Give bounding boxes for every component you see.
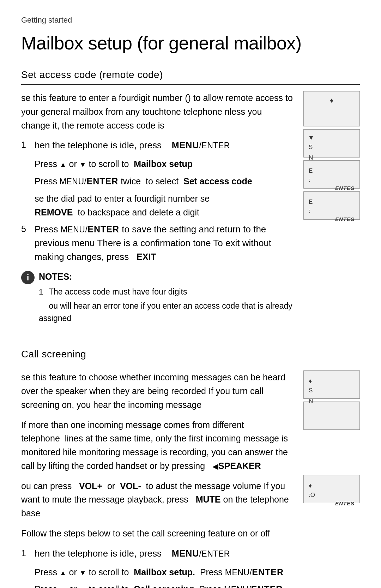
device-box-7: ♦ :O ENTES bbox=[303, 475, 360, 503]
enter-key-2a: ENTER bbox=[252, 567, 284, 577]
page-title: Mailbox setup (for general mailbox) bbox=[21, 29, 360, 57]
notes-content: NOTES: 1 The access code must have four … bbox=[39, 270, 293, 326]
speaker-icon bbox=[212, 461, 218, 471]
device-box-6 bbox=[303, 402, 360, 430]
notes-title: NOTES: bbox=[39, 272, 72, 281]
step-2-1-text-before: hen the telephone is idle, press bbox=[35, 548, 162, 559]
step-5-content: Press MENU/ENTER to save the setting and… bbox=[35, 222, 293, 264]
section2-intro2: If more than one incoming message comes … bbox=[21, 418, 293, 473]
vol-minus: VOL- bbox=[120, 481, 141, 491]
indent-step-1a: Press or to scroll to Mailbox setup bbox=[35, 157, 293, 171]
arrow-down-icon-2: ▼ bbox=[307, 133, 314, 143]
device-box-1: ♦ bbox=[303, 91, 360, 126]
notes-section: i NOTES: 1 The access code must have fou… bbox=[21, 270, 293, 326]
colon-label-4: : bbox=[309, 207, 355, 216]
diamond-icon-7: ♦ bbox=[309, 481, 312, 491]
step-2-1-content: hen the telephone is idle, press MENU/EN… bbox=[35, 547, 293, 560]
diamond-icon-5: ♦ bbox=[309, 376, 312, 386]
mailbox-setup-2-label: Mailbox setup. bbox=[134, 567, 195, 577]
indent-2-1a: Press or to scroll to Mailbox setup. Pre… bbox=[35, 565, 293, 579]
menu-key-1: MENU bbox=[172, 140, 199, 150]
device-box-4: E : ENTES bbox=[303, 191, 360, 220]
section1-header: Set access code (remote code) bbox=[21, 67, 360, 85]
enter-key-5: ENTER bbox=[87, 224, 119, 234]
notes-list: 1 The access code must have four digits … bbox=[39, 286, 293, 325]
notes-icon: i bbox=[21, 271, 35, 284]
step-5-number: 5 bbox=[21, 222, 31, 264]
mute-key: MUTE bbox=[196, 494, 221, 504]
diamond-icon-1: ♦ bbox=[330, 95, 333, 106]
triangle-down-1a bbox=[79, 159, 86, 169]
section2-intro1: se this feature to choose whether incomi… bbox=[21, 370, 293, 411]
device-box-3: E : ENTES bbox=[303, 160, 360, 189]
section-call-screening: Call screening se this feature to choose… bbox=[21, 347, 360, 588]
indent-2-1b: Press or to scroll to Call screening Pre… bbox=[35, 582, 293, 588]
exit-key-1: EXIT bbox=[137, 252, 156, 262]
note-item-1: 1 The access code must have four digits bbox=[39, 286, 293, 298]
section-set-access-code: Set access code (remote code) se this fe… bbox=[21, 67, 360, 333]
indent-step-1b: Press MENU/ENTER twice to select Set acc… bbox=[35, 174, 293, 188]
step-1-text-before: hen the telephone is idle, press bbox=[35, 140, 162, 150]
menu-key-1b: MENU/ bbox=[60, 177, 87, 186]
entes-label-7: ENTES bbox=[335, 500, 355, 508]
device-box-5: ♦ S N bbox=[303, 370, 360, 399]
triangle-up-2a bbox=[60, 567, 67, 577]
step-1: 1 hen the telephone is idle, press MENU/… bbox=[21, 138, 293, 152]
e-label-3: E bbox=[309, 166, 355, 176]
n-label-5: N bbox=[309, 397, 355, 406]
section2-intro3: ou can press VOL+ or VOL- to adust the m… bbox=[21, 479, 293, 520]
menu-key-5: MENU/ bbox=[61, 225, 88, 234]
entes-label-4: ENTES bbox=[335, 215, 355, 224]
s-label-2: S bbox=[309, 143, 357, 152]
colon-label-3: : bbox=[309, 176, 355, 185]
device-boxes-section2: ♦ S N ♦ :O ENTES bbox=[303, 370, 360, 588]
menu-key-2a: MENU/ bbox=[225, 568, 252, 577]
triangle-up-2b bbox=[60, 584, 67, 588]
speaker-label: SPEAKER bbox=[218, 461, 261, 471]
colon-o-label: :O bbox=[309, 491, 355, 500]
section2-intro4: Follow the steps below to set the call s… bbox=[21, 527, 293, 540]
remove-label: REMOVE bbox=[35, 207, 73, 217]
enter-key-1: /ENTER bbox=[199, 141, 230, 150]
call-screening-label: Call screening bbox=[134, 584, 194, 588]
breadcrumb: Getting started bbox=[21, 14, 360, 26]
section2-header: Call screening bbox=[21, 347, 360, 364]
step-2-1-number: 1 bbox=[21, 547, 31, 560]
mailbox-setup-label: Mailbox setup bbox=[134, 159, 193, 169]
step-2-1: 1 hen the telephone is idle, press MENU/… bbox=[21, 547, 293, 560]
enter-key-1b: ENTER bbox=[86, 176, 118, 186]
indent-step-1c: se the dial pad to enter a fourdigit num… bbox=[35, 192, 293, 219]
menu-key-2b: MENU/ bbox=[224, 585, 251, 588]
step-1-number: 1 bbox=[21, 138, 31, 152]
section1-intro: se this feature to enter a fourdigit num… bbox=[21, 91, 293, 132]
triangle-down-2a bbox=[79, 567, 86, 577]
step-5: 5 Press MENU/ENTER to save the setting a… bbox=[21, 222, 293, 264]
vol-plus: VOL+ bbox=[79, 481, 102, 491]
note-item-2: ou will hear an error tone if you enter … bbox=[39, 300, 293, 324]
menu-key-2-1: MENU bbox=[172, 548, 199, 558]
enter-key-2-1: /ENTER bbox=[199, 549, 230, 558]
enter-key-2b: ENTER bbox=[251, 584, 283, 588]
step-1-content: hen the telephone is idle, press MENU/EN… bbox=[35, 138, 293, 152]
set-access-code-label: Set access code bbox=[183, 176, 252, 186]
s-label-5: S bbox=[309, 386, 355, 395]
triangle-up-1a bbox=[60, 159, 67, 169]
triangle-down-2b bbox=[79, 584, 86, 588]
device-boxes-section1: ♦ ▼ S N E : bbox=[303, 91, 360, 333]
device-box-2: ▼ S N bbox=[303, 129, 360, 158]
e-label-4: E bbox=[309, 197, 355, 207]
